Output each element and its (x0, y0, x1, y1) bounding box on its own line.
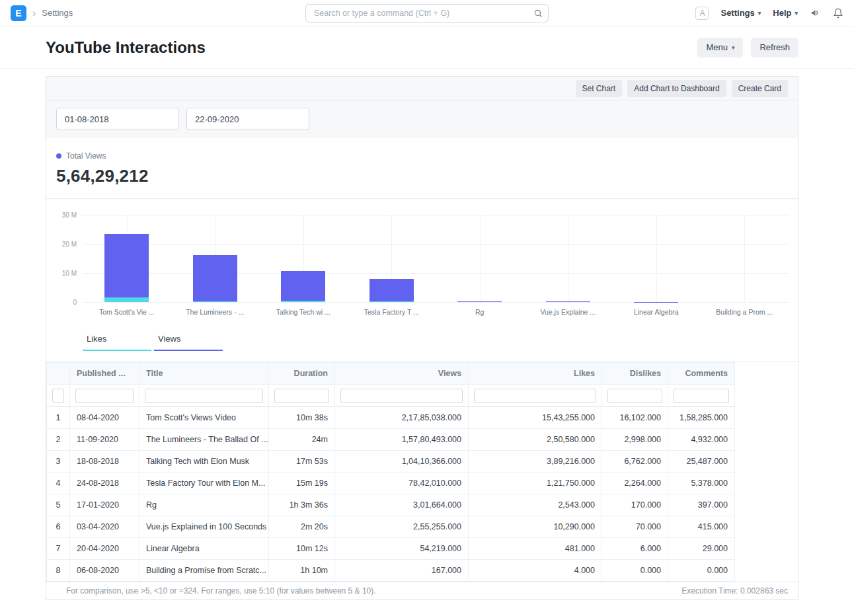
table-row[interactable]: 424-08-2018Tesla Factory Tour with Elon … (47, 473, 735, 494)
table-section: Published ... Title Duration Views Likes… (46, 362, 798, 599)
table-cell: 54,219.000 (335, 538, 469, 560)
chart-section: 30 M20 M10 M0 Tom Scott's Vie ...The Lum… (46, 199, 798, 362)
x-axis-label: The Lumineers - ... (171, 308, 260, 316)
table-row[interactable]: 108-04-2020Tom Scott's Views Video10m 38… (47, 407, 735, 429)
column-header-likes[interactable]: Likes (469, 363, 602, 385)
table-cell: Tesla Factory Tour with Elon M... (139, 473, 269, 494)
dislikes-filter-input[interactable] (607, 389, 662, 403)
bar-segment-views (193, 255, 237, 301)
table-body: 108-04-2020Tom Scott's Views Video10m 38… (47, 407, 735, 582)
announcement-icon[interactable] (810, 7, 821, 19)
gridline (83, 302, 789, 303)
nav-help-dropdown[interactable]: Help ▾ (773, 8, 798, 18)
avatar[interactable]: A (695, 7, 709, 20)
table-cell: 170.000 (602, 494, 668, 516)
title-filter-input[interactable] (145, 389, 263, 403)
chart-slot (83, 215, 171, 302)
column-header-dislikes[interactable]: Dislikes (602, 363, 668, 385)
row-index: 1 (47, 407, 70, 429)
chart-y-axis: 30 M20 M10 M0 (56, 215, 83, 302)
column-header-comments[interactable]: Comments (668, 363, 735, 385)
table-cell: 25,487.000 (668, 451, 735, 473)
chevron-down-icon: ▾ (732, 44, 735, 51)
to-date-input[interactable] (186, 108, 309, 130)
chart-slot (612, 215, 701, 302)
table-cell: Building a Promise from Scratc... (139, 560, 269, 582)
table-cell: The Lumineers - The Ballad Of ... (139, 429, 269, 451)
chevron-down-icon: ▾ (795, 10, 798, 17)
chart-slot (171, 215, 260, 302)
chart-legend-tab-likes[interactable]: Likes (83, 334, 151, 351)
table-row[interactable]: 517-01-2020Rg1h 3m 36s3,01,664.0002,543.… (47, 494, 735, 516)
table-row[interactable]: 720-04-2020Linear Algebra10m 12s54,219.0… (47, 538, 735, 560)
table-cell: Talking Tech with Elon Musk (139, 451, 269, 473)
duration-filter-input[interactable] (274, 389, 329, 403)
table-row[interactable]: 211-09-2020The Lumineers - The Ballad Of… (47, 429, 735, 451)
chart-bar[interactable] (104, 234, 149, 302)
nav-settings-dropdown[interactable]: Settings ▾ (720, 8, 761, 18)
refresh-button[interactable]: Refresh (751, 38, 798, 58)
bar-segment-views (281, 271, 325, 301)
table-cell: 20-04-2020 (70, 538, 139, 560)
page-head: YouTube Interactions Menu ▾ Refresh (0, 26, 854, 69)
from-date-input[interactable] (56, 108, 179, 130)
table-cell: 2m 20s (269, 516, 335, 538)
column-header-duration[interactable]: Duration (269, 363, 335, 385)
chart-bar[interactable] (281, 271, 325, 303)
chart-legend-tab-views[interactable]: Views (154, 334, 223, 351)
search-input[interactable] (305, 4, 549, 22)
table-cell: 29.000 (668, 538, 735, 560)
total-views-label: Total Views (66, 151, 106, 161)
x-axis-label: Linear Algebra (612, 308, 701, 316)
chart-bar[interactable] (193, 255, 237, 302)
notifications-bell-icon[interactable] (833, 8, 843, 19)
chart-slot (348, 215, 436, 302)
x-axis-label: Talking Tech wi ... (259, 308, 348, 316)
chart-bar[interactable] (369, 279, 414, 302)
table-cell: 10m 12s (269, 538, 335, 560)
table-row[interactable]: 603-04-2020Vue.js Explained in 100 Secon… (47, 516, 735, 538)
nav-help-label: Help (773, 8, 791, 18)
table-cell: 16,102.000 (602, 407, 668, 429)
likes-filter-input[interactable] (474, 389, 596, 403)
report-table: Published ... Title Duration Views Likes… (46, 362, 735, 582)
y-tick-label: 10 M (62, 270, 77, 277)
table-cell: 17m 53s (269, 451, 335, 473)
views-filter-input[interactable] (340, 389, 463, 403)
table-row[interactable]: 318-08-2018Talking Tech with Elon Musk17… (47, 451, 735, 473)
chevron-down-icon: ▾ (758, 10, 761, 17)
column-header-title[interactable]: Title (139, 363, 269, 385)
chart-bar[interactable] (546, 301, 590, 302)
vertical-gridline (656, 215, 657, 302)
vertical-gridline (568, 215, 568, 302)
table-cell: 2,50,580.000 (469, 429, 602, 451)
y-tick-label: 0 (73, 299, 77, 306)
table-row[interactable]: 806-08-2020Building a Promise from Scrat… (47, 560, 735, 582)
breadcrumb-area: E › Settings (11, 5, 73, 21)
menu-button[interactable]: Menu ▾ (697, 38, 743, 58)
table-cell: 1,04,10,366.000 (335, 451, 469, 473)
table-cell: 3,89,216.000 (469, 451, 602, 473)
table-cell: 70.000 (602, 516, 668, 538)
table-cell: 1h 10m (269, 560, 335, 582)
column-header-views[interactable]: Views (335, 363, 469, 385)
published-filter-input[interactable] (75, 389, 134, 403)
column-header-published[interactable]: Published ... (70, 363, 139, 385)
comments-filter-input[interactable] (674, 389, 729, 403)
index-filter-input[interactable] (52, 389, 64, 403)
table-cell: 397.000 (668, 494, 735, 516)
app-logo[interactable]: E (11, 5, 26, 21)
x-axis-label: Building a Prom ... (701, 308, 789, 316)
chart-bar[interactable] (457, 301, 502, 302)
table-cell: 4.000 (469, 560, 602, 582)
filter-bar (46, 101, 798, 137)
table-cell: 2,17,85,038.000 (335, 407, 469, 429)
chart-x-labels: Tom Scott's Vie ...The Lumineers - ...Ta… (83, 308, 789, 316)
row-index: 2 (47, 429, 70, 451)
chart-slot (524, 215, 613, 302)
breadcrumb-settings[interactable]: Settings (42, 8, 73, 18)
table-cell: 0.000 (602, 560, 668, 582)
add-chart-to-dashboard-button[interactable]: Add Chart to Dashboard (627, 80, 726, 97)
create-card-button[interactable]: Create Card (732, 80, 788, 97)
set-chart-button[interactable]: Set Chart (576, 80, 623, 97)
